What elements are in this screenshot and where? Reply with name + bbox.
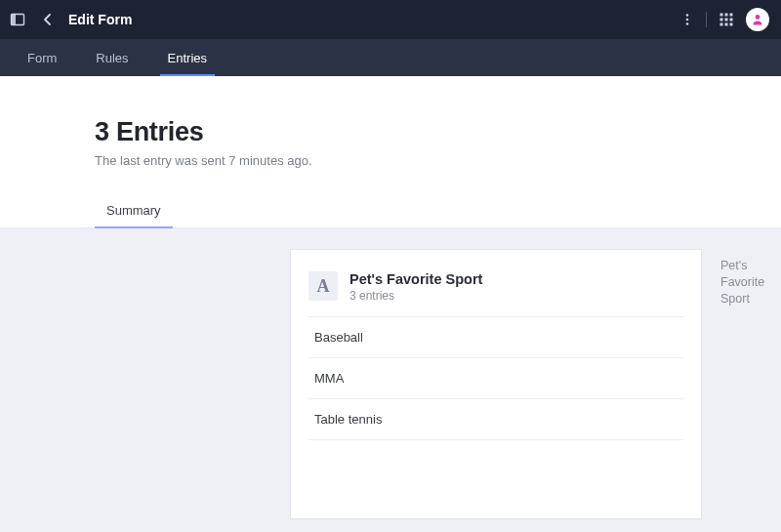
field-type-badge: A xyxy=(308,271,338,301)
apps-grid-icon[interactable] xyxy=(719,12,734,27)
more-vertical-icon[interactable] xyxy=(680,13,694,26)
content-area: A Pet's Favorite Sport 3 entries Basebal… xyxy=(0,228,781,518)
nav-label: Rules xyxy=(96,51,128,65)
entry-row: Table tennis xyxy=(308,398,683,440)
subtabs: Summary xyxy=(0,203,781,227)
nav-item-entries[interactable]: Entries xyxy=(160,39,215,76)
subtab-summary[interactable]: Summary xyxy=(95,203,173,227)
nav-label: Form xyxy=(27,51,57,65)
entry-row: MMA xyxy=(308,357,683,398)
svg-rect-5 xyxy=(720,14,723,17)
svg-rect-6 xyxy=(725,14,728,17)
nav-item-rules[interactable]: Rules xyxy=(88,39,136,76)
field-anchor-link[interactable]: Pet's Favorite Sport xyxy=(720,250,775,307)
card-subtitle: 3 entries xyxy=(349,289,482,303)
svg-rect-13 xyxy=(730,23,733,26)
svg-rect-9 xyxy=(725,19,728,21)
panel-toggle-icon[interactable] xyxy=(10,12,25,27)
header-area: 3 Entries The last entry was sent 7 minu… xyxy=(0,76,781,228)
card-header: A Pet's Favorite Sport 3 entries xyxy=(308,271,683,316)
card-title: Pet's Favorite Sport xyxy=(349,271,482,287)
svg-point-2 xyxy=(686,14,689,17)
entries-subtitle: The last entry was sent 7 minutes ago. xyxy=(95,153,781,168)
svg-rect-12 xyxy=(725,23,728,26)
topbar-divider xyxy=(706,12,707,27)
svg-rect-7 xyxy=(730,14,733,17)
svg-point-14 xyxy=(756,15,760,20)
page-title: Edit Form xyxy=(68,12,132,27)
nav-bar: Form Rules Entries xyxy=(0,39,781,76)
nav-label: Entries xyxy=(168,51,207,65)
entry-row: Baseball xyxy=(308,316,683,357)
svg-rect-10 xyxy=(730,19,733,21)
svg-rect-11 xyxy=(720,23,723,26)
top-bar-right xyxy=(680,8,769,31)
user-avatar[interactable] xyxy=(746,8,769,31)
subtab-label: Summary xyxy=(106,203,161,218)
svg-point-3 xyxy=(686,19,689,21)
field-summary-card: A Pet's Favorite Sport 3 entries Basebal… xyxy=(291,250,701,518)
top-bar-left: Edit Form xyxy=(10,12,132,27)
svg-point-4 xyxy=(686,22,689,25)
entries-heading: 3 Entries xyxy=(95,117,781,147)
svg-rect-8 xyxy=(720,19,723,21)
back-icon[interactable] xyxy=(41,13,55,26)
nav-item-form[interactable]: Form xyxy=(20,39,64,76)
top-bar: Edit Form xyxy=(0,0,781,39)
svg-rect-1 xyxy=(12,15,17,25)
